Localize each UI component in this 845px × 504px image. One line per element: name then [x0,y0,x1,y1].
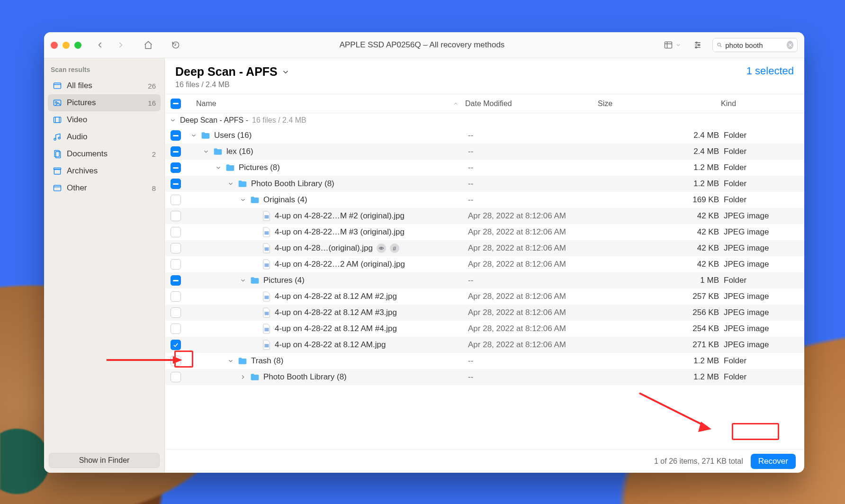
folder-row[interactable]: Users (16)--2.4 MBFolder [165,127,804,144]
row-checkbox[interactable] [171,146,181,157]
row-checkbox[interactable] [171,195,181,205]
row-name: Users (16) [214,131,252,140]
file-icon [262,243,271,253]
row-size: 169 KB [601,195,724,205]
svg-point-10 [718,43,720,46]
svg-rect-28 [265,231,269,234]
row-name: 4-up on 4-28-22…M #3 (original).jpg [275,227,405,237]
col-date[interactable]: Date Modified [465,99,598,108]
row-kind: JPEG image [724,243,804,253]
all-files-icon [53,81,62,90]
view-options-button[interactable] [661,38,683,52]
file-row[interactable]: 4-up on 4-28-22…M #3 (original).jpgApr 2… [165,224,804,240]
forward-button[interactable] [114,38,128,52]
file-row[interactable]: 4-up on 4-28-22…2 AM (original).jpgApr 2… [165,256,804,272]
row-name: Trash (8) [251,356,283,366]
row-name: 4-up on 4-28…(original).jpg [275,243,373,253]
search-field[interactable]: ✕ [712,38,798,52]
col-name[interactable]: Name [196,99,216,108]
sidebar-item-all-files[interactable]: All files26 [48,77,161,94]
chevron-down-icon [240,277,246,284]
tag-badge-icon[interactable]: # [390,243,399,253]
row-checkbox[interactable] [171,291,181,302]
sidebar-item-audio[interactable]: Audio [48,128,161,145]
folder-row[interactable]: lex (16)--2.4 MBFolder [165,144,804,160]
folder-row[interactable]: Photo Booth Library (8)--1.2 MBFolder [165,369,804,385]
status-bar: 1 of 26 items, 271 KB total Recover [165,449,804,473]
row-date: -- [468,131,601,140]
titlebar: APPLE SSD AP0256Q – All recovery methods… [44,32,804,58]
selected-count: 1 selected [746,65,794,77]
home-icon[interactable] [141,38,155,52]
close-window-button[interactable] [51,42,58,49]
chevron-down-icon [227,358,234,364]
row-checkbox[interactable] [171,324,181,334]
clear-search-icon[interactable]: ✕ [787,41,793,49]
svg-rect-27 [265,215,269,218]
row-checkbox[interactable] [171,307,181,318]
sidebar-item-documents[interactable]: Documents2 [48,145,161,162]
row-checkbox[interactable] [171,259,181,270]
row-checkbox[interactable] [171,356,181,366]
row-name: Photo Booth Library (8) [251,179,334,189]
row-checkbox[interactable] [171,179,181,189]
select-all-checkbox[interactable] [171,99,181,109]
group-header[interactable]: Deep Scan - APFS - 16 files / 2.4 MB [165,113,804,127]
restore-icon[interactable] [169,38,183,52]
back-button[interactable] [93,38,107,52]
folder-icon [250,276,260,285]
sidebar-item-pictures[interactable]: Pictures16 [48,94,161,111]
row-checkbox[interactable] [171,211,181,221]
search-input[interactable] [725,41,784,49]
col-size[interactable]: Size [598,99,721,108]
zoom-window-button[interactable] [74,42,81,49]
file-row[interactable]: 4-up on 4-28-22…M #2 (original).jpgApr 2… [165,208,804,224]
row-checkbox[interactable] [171,372,181,382]
file-row[interactable]: 4-up on 4-28-22 at 8.12 AM #2.jpgApr 28,… [165,288,804,305]
sidebar-item-video[interactable]: Video [48,111,161,128]
folder-row[interactable]: Pictures (8)--1.2 MBFolder [165,160,804,176]
row-date: -- [468,163,601,172]
folder-row[interactable]: Trash (8)--1.2 MBFolder [165,353,804,369]
svg-point-30 [380,248,382,249]
row-name: 4-up on 4-28-22 at 8.12 AM #2.jpg [275,292,397,301]
folder-row[interactable]: Pictures (4)--1 MBFolder [165,272,804,288]
window-title: APPLE SSD AP0256Q – All recovery methods [189,40,655,50]
row-checkbox[interactable] [171,243,181,253]
row-name: 4-up on 4-28-22 at 8.12 AM #3.jpg [275,308,397,317]
row-checkbox[interactable] [171,227,181,237]
row-date: Apr 28, 2022 at 8:12:06 AM [468,211,601,221]
video-icon [53,115,62,125]
row-checkbox[interactable] [171,340,181,350]
svg-rect-34 [265,328,269,331]
file-row[interactable]: 4-up on 4-28-22 at 8.12 AM #3.jpgApr 28,… [165,305,804,321]
sidebar: Scan results All files26Pictures16VideoA… [44,58,165,473]
svg-rect-24 [54,168,61,169]
col-kind[interactable]: Kind [721,99,801,108]
file-row[interactable]: 4-up on 4-28-22 at 8.12 AM #4.jpgApr 28,… [165,321,804,337]
row-checkbox[interactable] [171,130,181,141]
row-name: lex (16) [226,147,253,156]
group-header-label: Deep Scan - APFS - [180,116,248,125]
content-title[interactable]: Deep Scan - APFS [175,65,290,79]
row-size: 42 KB [601,260,724,269]
folder-row[interactable]: Originals (4)--169 KBFolder [165,192,804,208]
row-checkbox[interactable] [171,275,181,286]
sidebar-item-other[interactable]: Other8 [48,180,161,197]
settings-icon[interactable] [691,38,705,52]
file-row[interactable]: 4-up on 4-28-22 at 8.12 AM.jpgApr 28, 20… [165,337,804,353]
file-row[interactable]: 4-up on 4-28…(original).jpg#Apr 28, 2022… [165,240,804,256]
preview-badge-icon[interactable] [377,243,386,253]
folder-row[interactable]: Photo Booth Library (8)--1.2 MBFolder [165,176,804,192]
row-kind: Folder [724,372,804,382]
sidebar-item-archives[interactable]: Archives [48,162,161,180]
row-checkbox[interactable] [171,162,181,173]
row-date: -- [468,147,601,156]
show-in-finder-button[interactable]: Show in Finder [49,453,160,468]
minimize-window-button[interactable] [63,42,70,49]
folder-icon [250,196,260,204]
recover-button[interactable]: Recover [751,454,796,469]
row-date: -- [468,372,601,382]
chevron-down-icon [203,148,209,155]
sort-asc-icon [453,101,458,107]
